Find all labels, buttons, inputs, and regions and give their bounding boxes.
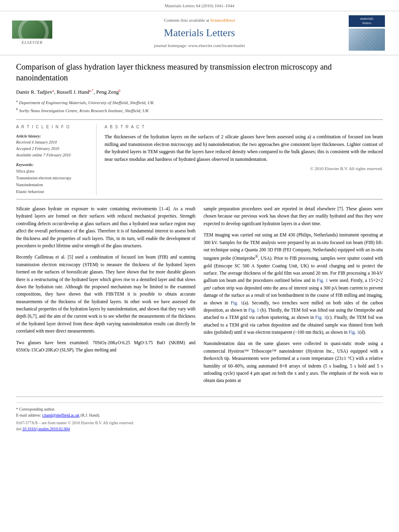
journal-cover-image [349, 29, 385, 51]
journal-header: ELSEVIER Contents lists available at Sci… [0, 11, 399, 55]
body-rpara-2: TEM imaging was carried out using an EM … [204, 231, 383, 336]
abstract-section: A B S T R A C T The thicknesses of the h… [105, 124, 383, 195]
elsevier-logo: ELSEVIER [8, 21, 56, 45]
body-rpara-1: sample preparation procedures used are r… [204, 205, 383, 227]
journal-citation-bar: Materials Letters 64 (2010) 1041–1044 [0, 0, 399, 11]
footer-copyright: 0167-577X/$ – see front matter © 2010 El… [16, 420, 383, 432]
body-right-column: sample preparation procedures used are r… [204, 205, 383, 388]
article-info-left: A R T I C L E I N F O Article history: R… [16, 124, 97, 195]
journal-logo-right: materialsletters [343, 15, 391, 51]
article-info-header: A R T I C L E I N F O [16, 124, 90, 130]
article-content: Comparison of glass hydration layer thic… [0, 55, 399, 438]
fig1d-link[interactable]: Fig. 1 [349, 330, 360, 335]
affiliation-b: b Sorby Nano Investigation Centre, Kroto… [16, 107, 383, 114]
contents-available-text: Contents lists available at ScienceDirec… [56, 17, 343, 24]
journal-title: Materials Letters [56, 25, 343, 41]
journal-homepage: journal homepage: www.elsevier.com/locat… [56, 42, 343, 49]
author2-sup: a,* [89, 88, 94, 92]
materials-letters-badge: materialsletters [349, 15, 385, 27]
keyword-1: Silica glass [16, 168, 90, 175]
keyword-4: Elastic behaviour [16, 188, 90, 195]
received-date: Received 4 January 2010 [16, 139, 90, 146]
keywords-label: Keywords: [16, 162, 90, 168]
author1-name: Damir R. Tadjiev [16, 89, 52, 95]
fig1-link-1[interactable]: Fig. 1 [317, 278, 328, 283]
abstract-copyright: © 2010 Elsevier B.V. All rights reserved… [105, 165, 383, 172]
fig1a-link[interactable]: Fig. 1 [231, 300, 243, 305]
corresponding-email[interactable]: r.hand@sheffield.ac.uk [42, 413, 80, 417]
author3-name: Peng Zeng [96, 89, 119, 95]
elsevier-name: ELSEVIER [22, 39, 43, 45]
article-info-section: A R T I C L E I N F O Article history: R… [16, 119, 383, 199]
footer-divider [16, 403, 383, 403]
history-label: Article history: [16, 133, 90, 139]
elsevier-logo-area: ELSEVIER [8, 21, 56, 45]
body-content: Silicate glasses hydrate on exposure to … [16, 205, 383, 388]
body-left-column: Silicate glasses hydrate on exposure to … [16, 205, 195, 388]
available-date: Available online 7 February 2010 [16, 152, 90, 158]
page: Materials Letters 64 (2010) 1041–1044 EL… [0, 0, 399, 532]
elsevier-logo-image [12, 21, 52, 39]
keyword-2: Transmission electron microscopy [16, 175, 90, 181]
authors-line: Damir R. Tadjieva, Russell J. Handa,*, P… [16, 88, 383, 96]
article-history: Article history: Received 4 January 2010… [16, 133, 90, 158]
abstract-text: The thicknesses of the hydration layers … [105, 133, 383, 163]
journal-citation: Materials Letters 64 (2010) 1041–1044 [165, 3, 234, 8]
author1-sup: a [52, 88, 54, 92]
body-para-1: Silicate glasses hydrate on exposure to … [16, 205, 195, 249]
keywords-section: Keywords: Silica glass Transmission elec… [16, 162, 90, 195]
article-title: Comparison of glass hydration layer thic… [16, 62, 383, 83]
fig1c-link[interactable]: Fig. 1 [315, 315, 327, 320]
body-rpara-3: Nanoindentation data on the same glasses… [204, 340, 383, 384]
abstract-header: A B S T R A C T [105, 124, 383, 130]
body-para-3: Two glasses have been examined: 70SiO₂·2… [16, 339, 195, 354]
body-para-2: Recently Cailleteau et al. [5] used a co… [16, 253, 195, 335]
email-note: (R.J. Hand). [80, 413, 100, 417]
fig1b-link[interactable]: Fig. 1 [248, 308, 259, 312]
affiliation-a: a Department of Engineering Materials, U… [16, 99, 383, 106]
author3-sup: b [119, 88, 121, 92]
author2-name: Russell J. Hand [57, 89, 89, 95]
footnote-corresponding: * Corresponding author. E-mail address: … [16, 406, 383, 418]
email-label: E-mail address: [16, 413, 41, 417]
article-footer: * Corresponding author. E-mail address: … [16, 396, 383, 432]
sciencedirect-link[interactable]: ScienceDirect [210, 18, 235, 23]
keyword-3: Nanoindentation [16, 181, 90, 188]
accepted-date: Accepted 2 February 2010 [16, 146, 90, 152]
journal-header-center: Contents lists available at ScienceDirec… [56, 17, 343, 49]
doi-link[interactable]: 10.1016/j.matlet.2010.02.004 [23, 427, 70, 431]
